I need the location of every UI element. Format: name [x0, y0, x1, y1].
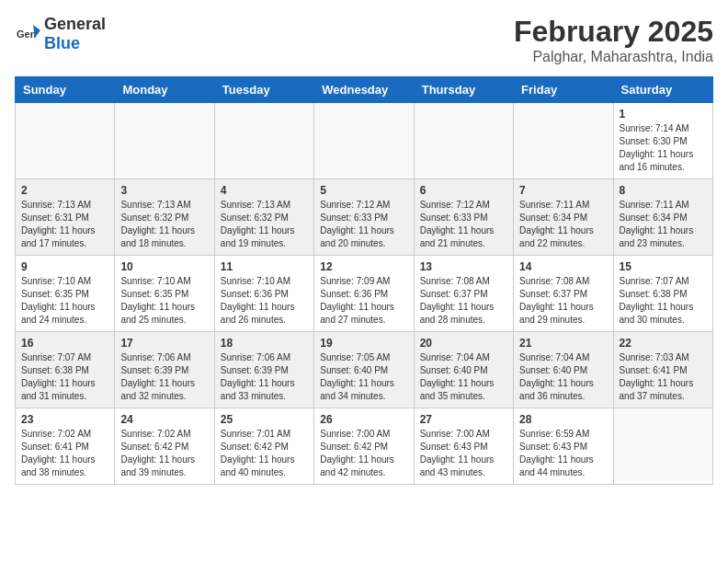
- calendar-cell: 13Sunrise: 7:08 AMSunset: 6:37 PMDayligh…: [414, 256, 513, 332]
- day-info: Sunrise: 7:02 AMSunset: 6:42 PMDaylight:…: [120, 428, 208, 479]
- day-info-line: Sunset: 6:31 PM: [21, 213, 89, 223]
- day-info-line: Sunrise: 7:10 AM: [221, 276, 290, 286]
- day-info-line: Sunset: 6:30 PM: [620, 136, 688, 146]
- day-info: Sunrise: 7:10 AMSunset: 6:35 PMDaylight:…: [120, 275, 208, 327]
- day-info-line: Sunrise: 6:59 AM: [519, 429, 589, 439]
- day-info-line: Daylight: 11 hours and 38 minutes.: [21, 454, 96, 477]
- day-number: 20: [420, 337, 507, 350]
- title-area: February 2025 Palghar, Maharashtra, Indi…: [514, 15, 713, 65]
- day-info-line: Sunset: 6:40 PM: [420, 365, 488, 375]
- day-info-line: Daylight: 11 hours and 44 minutes.: [519, 454, 594, 477]
- calendar-body: 1Sunrise: 7:14 AMSunset: 6:30 PMDaylight…: [16, 103, 713, 485]
- day-info-line: Sunset: 6:39 PM: [221, 365, 289, 375]
- calendar-cell: 5Sunrise: 7:12 AMSunset: 6:33 PMDaylight…: [314, 179, 414, 256]
- day-info-line: Sunset: 6:37 PM: [519, 289, 587, 299]
- day-info: Sunrise: 7:07 AMSunset: 6:38 PMDaylight:…: [21, 351, 108, 403]
- day-info: Sunrise: 7:07 AMSunset: 6:38 PMDaylight:…: [620, 275, 707, 327]
- day-info-line: Sunset: 6:42 PM: [221, 442, 289, 452]
- day-info: Sunrise: 7:03 AMSunset: 6:41 PMDaylight:…: [620, 351, 707, 403]
- day-info: Sunrise: 7:08 AMSunset: 6:37 PMDaylight:…: [519, 275, 607, 327]
- logo: Gen General Blue: [15, 15, 106, 53]
- day-info-line: Daylight: 11 hours and 43 minutes.: [420, 454, 495, 477]
- day-info-line: Sunrise: 7:09 AM: [320, 276, 390, 286]
- day-number: 13: [420, 260, 507, 273]
- logo-icon: Gen: [15, 21, 40, 47]
- calendar-cell: 12Sunrise: 7:09 AMSunset: 6:36 PMDayligh…: [314, 256, 414, 332]
- day-info-line: Sunset: 6:41 PM: [21, 442, 89, 452]
- header-thursday: Thursday: [414, 77, 513, 103]
- calendar-header: Sunday Monday Tuesday Wednesday Thursday…: [16, 77, 713, 103]
- calendar-cell: [414, 103, 513, 179]
- day-info: Sunrise: 7:12 AMSunset: 6:33 PMDaylight:…: [420, 199, 507, 250]
- calendar-table: Sunday Monday Tuesday Wednesday Thursday…: [15, 76, 713, 485]
- sub-title: Palghar, Maharashtra, India: [514, 49, 713, 65]
- header-tuesday: Tuesday: [214, 77, 313, 103]
- day-info: Sunrise: 7:05 AMSunset: 6:40 PMDaylight:…: [320, 351, 407, 403]
- day-info-line: Daylight: 11 hours and 17 minutes.: [21, 225, 96, 248]
- calendar-cell: 11Sunrise: 7:10 AMSunset: 6:36 PMDayligh…: [214, 256, 313, 332]
- day-number: 10: [120, 260, 208, 273]
- day-info: Sunrise: 7:13 AMSunset: 6:32 PMDaylight:…: [120, 199, 208, 250]
- calendar-cell: [214, 103, 313, 179]
- day-number: 3: [120, 184, 208, 197]
- day-number: 9: [21, 260, 108, 273]
- day-info-line: Daylight: 11 hours and 39 minutes.: [120, 454, 195, 477]
- day-number: 19: [320, 337, 407, 350]
- day-info: Sunrise: 7:10 AMSunset: 6:36 PMDaylight:…: [221, 275, 308, 327]
- day-info-line: Sunrise: 7:04 AM: [519, 352, 589, 362]
- day-info-line: Daylight: 11 hours and 16 minutes.: [620, 149, 694, 172]
- day-number: 26: [320, 413, 407, 426]
- day-number: 17: [120, 337, 208, 350]
- day-info-line: Sunrise: 7:14 AM: [620, 123, 689, 133]
- calendar-cell: [16, 103, 115, 179]
- day-info-line: Sunrise: 7:08 AM: [420, 276, 490, 286]
- day-info-line: Sunrise: 7:06 AM: [120, 352, 190, 362]
- header-saturday: Saturday: [613, 77, 712, 103]
- day-info-line: Daylight: 11 hours and 31 minutes.: [21, 378, 96, 401]
- calendar-cell: 7Sunrise: 7:11 AMSunset: 6:34 PMDaylight…: [514, 179, 613, 256]
- day-info: Sunrise: 7:00 AMSunset: 6:43 PMDaylight:…: [420, 428, 507, 479]
- calendar-cell: [314, 103, 414, 179]
- day-info-line: Daylight: 11 hours and 21 minutes.: [420, 225, 495, 248]
- day-info-line: Sunrise: 7:13 AM: [21, 200, 91, 210]
- day-info-line: Sunset: 6:41 PM: [620, 365, 688, 375]
- calendar-cell: 25Sunrise: 7:01 AMSunset: 6:42 PMDayligh…: [214, 408, 313, 485]
- calendar-cell: 19Sunrise: 7:05 AMSunset: 6:40 PMDayligh…: [314, 332, 414, 408]
- day-info-line: Sunrise: 7:03 AM: [620, 352, 689, 362]
- day-info: Sunrise: 7:06 AMSunset: 6:39 PMDaylight:…: [120, 351, 208, 403]
- day-info-line: Sunrise: 7:10 AM: [21, 276, 91, 286]
- day-info-line: Daylight: 11 hours and 28 minutes.: [420, 302, 495, 325]
- day-number: 24: [120, 413, 208, 426]
- day-info-line: Sunset: 6:42 PM: [120, 442, 188, 452]
- calendar-cell: 3Sunrise: 7:13 AMSunset: 6:32 PMDaylight…: [115, 179, 214, 256]
- logo-blue: Blue: [44, 34, 80, 52]
- day-info-line: Sunrise: 7:12 AM: [420, 200, 490, 210]
- day-info: Sunrise: 7:04 AMSunset: 6:40 PMDaylight:…: [519, 351, 607, 403]
- day-number: 11: [221, 260, 308, 273]
- header-sunday: Sunday: [16, 77, 115, 103]
- day-info-line: Daylight: 11 hours and 22 minutes.: [519, 225, 594, 248]
- day-info: Sunrise: 7:01 AMSunset: 6:42 PMDaylight:…: [221, 428, 308, 479]
- calendar-cell: 24Sunrise: 7:02 AMSunset: 6:42 PMDayligh…: [115, 408, 214, 485]
- day-number: 7: [519, 184, 607, 197]
- day-info-line: Sunrise: 7:08 AM: [519, 276, 589, 286]
- header-friday: Friday: [514, 77, 613, 103]
- calendar-cell: 8Sunrise: 7:11 AMSunset: 6:34 PMDaylight…: [613, 179, 712, 256]
- day-info-line: Daylight: 11 hours and 25 minutes.: [120, 302, 195, 325]
- calendar-cell: 6Sunrise: 7:12 AMSunset: 6:33 PMDaylight…: [414, 179, 513, 256]
- calendar-cell: [613, 408, 712, 485]
- day-info-line: Sunset: 6:35 PM: [120, 289, 188, 299]
- calendar-cell: 9Sunrise: 7:10 AMSunset: 6:35 PMDaylight…: [16, 256, 115, 332]
- day-info-line: Sunrise: 7:11 AM: [519, 200, 589, 210]
- day-info-line: Sunrise: 7:13 AM: [221, 200, 290, 210]
- logo-text: General Blue: [44, 15, 106, 53]
- day-info-line: Sunrise: 7:04 AM: [420, 352, 490, 362]
- calendar-cell: 4Sunrise: 7:13 AMSunset: 6:32 PMDaylight…: [214, 179, 313, 256]
- day-info-line: Sunrise: 7:05 AM: [320, 352, 390, 362]
- day-number: 22: [620, 337, 707, 350]
- day-info-line: Sunrise: 7:10 AM: [120, 276, 190, 286]
- calendar-cell: 23Sunrise: 7:02 AMSunset: 6:41 PMDayligh…: [16, 408, 115, 485]
- day-info-line: Sunset: 6:43 PM: [420, 442, 488, 452]
- header-monday: Monday: [115, 77, 214, 103]
- day-number: 23: [21, 413, 108, 426]
